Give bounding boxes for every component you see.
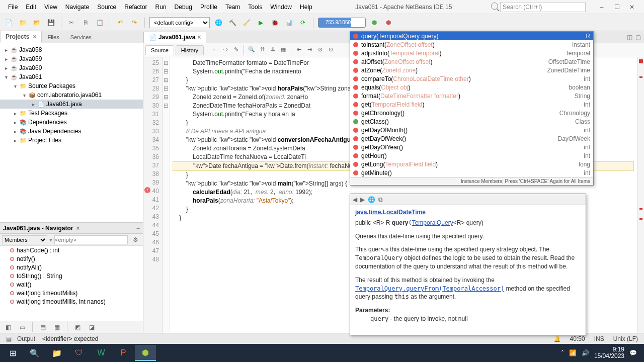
profile-icon[interactable]: 📊 bbox=[283, 17, 294, 28]
cut-icon[interactable]: ✂ bbox=[66, 17, 77, 28]
autocomplete-popup[interactable]: query(TemporalQuery query)RtoInstant(Zon… bbox=[350, 31, 594, 186]
navigator-item[interactable]: notify() bbox=[0, 254, 143, 263]
tray-wifi-icon[interactable]: 📶 bbox=[569, 349, 577, 356]
autocomplete-item[interactable]: getHour()int bbox=[350, 151, 593, 160]
nav-sort-icon[interactable]: ▤ bbox=[37, 322, 48, 333]
menu-edit[interactable]: Edit bbox=[22, 2, 40, 12]
ed-back-icon[interactable]: ⇦ bbox=[210, 45, 219, 54]
save-all-icon[interactable]: 💾 bbox=[45, 17, 56, 28]
autocomplete-item[interactable]: equals(Object obj)boolean bbox=[350, 83, 593, 92]
doc-temporalquery-link[interactable]: TemporalQuery bbox=[412, 219, 453, 226]
taskbar-netbeans[interactable]: ⬢ bbox=[135, 345, 156, 361]
doc-browser-icon[interactable]: 🌐 bbox=[368, 196, 375, 203]
menu-navigate[interactable]: Navigate bbox=[61, 2, 93, 12]
memory-gauge[interactable]: 755.9/1060MB bbox=[318, 18, 366, 28]
ed-find-sel-icon[interactable]: 🔍 bbox=[247, 45, 256, 54]
autocomplete-item[interactable]: getDayOfMonth()int bbox=[350, 126, 593, 134]
autocomplete-item[interactable]: getDayOfWeek()DayOfWeek bbox=[350, 134, 593, 143]
taskbar-explorer[interactable]: 📁 bbox=[46, 345, 67, 361]
menu-help[interactable]: Help bbox=[296, 2, 316, 12]
tree-item[interactable]: ▸📁Project Files bbox=[0, 136, 143, 145]
taskbar-search-icon[interactable]: 🔍 bbox=[24, 345, 45, 361]
taskbar-brave[interactable]: 🛡 bbox=[68, 345, 90, 361]
navigator-item[interactable]: notifyAll() bbox=[0, 263, 143, 272]
autocomplete-item[interactable]: query(TemporalQuery query)R bbox=[350, 32, 593, 40]
tree-item[interactable]: ▸☕Java059 bbox=[0, 54, 143, 63]
navigator-item[interactable]: wait(long timeoutMillis, int nanos) bbox=[0, 297, 143, 306]
tree-item[interactable]: ▸☕Java060 bbox=[0, 63, 143, 72]
output-icon[interactable]: ▤ bbox=[3, 333, 14, 344]
nav-fields-icon[interactable]: ▭ bbox=[17, 322, 28, 333]
nav-filter-icon[interactable]: ◪ bbox=[86, 322, 97, 333]
tray-action-center-icon[interactable]: 💬 bbox=[629, 349, 637, 356]
editor-tab-java061[interactable]: 📄 Java061.java × bbox=[143, 32, 206, 43]
error-gutter-icon[interactable]: ! bbox=[144, 187, 150, 193]
reload-icon[interactable]: ⟳ bbox=[297, 17, 308, 28]
autocomplete-item[interactable]: format(DateTimeFormatter formatter)Strin… bbox=[350, 92, 593, 100]
navigator-view-select[interactable]: Members bbox=[2, 235, 47, 244]
navigator-list[interactable]: hashCode() : intnotify()notifyAll()toStr… bbox=[0, 246, 143, 321]
editor-max-icon[interactable]: ▢ bbox=[635, 34, 641, 41]
ed-shift-right-icon[interactable]: ⇥ bbox=[305, 45, 314, 54]
tray-chevron-icon[interactable]: ˄ bbox=[561, 349, 564, 356]
menu-view[interactable]: View bbox=[40, 2, 61, 12]
navigator-item[interactable]: toString() : String bbox=[0, 272, 143, 280]
ed-shift-left-icon[interactable]: ⇤ bbox=[294, 45, 303, 54]
nav-static-icon[interactable]: ▦ bbox=[51, 322, 62, 333]
maximize-button[interactable]: ☐ bbox=[612, 4, 622, 11]
menu-tools[interactable]: Tools bbox=[244, 2, 266, 12]
copy-icon[interactable]: ⎘ bbox=[80, 17, 91, 28]
ed-last-edit-icon[interactable]: ✎ bbox=[231, 45, 240, 54]
taskbar-powerpoint[interactable]: P bbox=[113, 345, 134, 361]
windows-taskbar[interactable]: ⊞ 🔍 📁 🛡 W P ⬢ ˄ 📶 🔊 9:19 15/04/2023 💬 bbox=[0, 344, 644, 362]
run-icon[interactable]: ▶ bbox=[255, 17, 266, 28]
tree-item[interactable]: ▸📚Dependencies bbox=[0, 118, 143, 127]
menu-source[interactable]: Source bbox=[93, 2, 120, 12]
doc-class-link[interactable]: java.time.LocalDateTime bbox=[355, 209, 426, 216]
doc-back-icon[interactable]: ◀ bbox=[353, 196, 357, 203]
tree-item[interactable]: ▸📄Java061.java bbox=[0, 100, 143, 109]
autocomplete-item[interactable]: adjustInto(Temporal temporal)Temporal bbox=[350, 49, 593, 57]
tree-item[interactable]: ▾📁Source Packages bbox=[0, 81, 143, 90]
doc-forward-icon[interactable]: ▶ bbox=[360, 196, 365, 203]
doc-queryfrom-link[interactable]: TemporalQuery.queryFrom(TemporalAccessor… bbox=[355, 285, 504, 292]
start-button[interactable]: ⊞ bbox=[2, 345, 23, 361]
minimize-button[interactable]: – bbox=[597, 4, 607, 11]
ed-comment-icon[interactable]: ⊘ bbox=[315, 45, 325, 54]
javadoc-popup[interactable]: ◀ ▶ 🌐 ⧉ java.time.LocalDateTime public <… bbox=[350, 194, 586, 335]
menu-run[interactable]: Run bbox=[151, 2, 171, 12]
debug-icon[interactable]: 🐞 bbox=[269, 17, 280, 28]
menu-team[interactable]: Team bbox=[221, 2, 244, 12]
run-config-select[interactable]: <default config> bbox=[149, 17, 210, 28]
menu-profile[interactable]: Profile bbox=[196, 2, 221, 12]
tray-volume-icon[interactable]: 🔊 bbox=[582, 349, 589, 356]
ed-fwd-icon[interactable]: ⇨ bbox=[221, 45, 230, 54]
stop-gc-icon[interactable]: ⬢ bbox=[383, 17, 394, 28]
new-file-icon[interactable]: 📄 bbox=[3, 17, 14, 28]
autocomplete-item[interactable]: get(TemporalField field)int bbox=[350, 100, 593, 109]
nav-inherit-icon[interactable]: ◧ bbox=[3, 322, 14, 333]
close-button[interactable]: ✕ bbox=[627, 4, 637, 11]
navigator-item[interactable]: hashCode() : int bbox=[0, 246, 143, 254]
new-project-icon[interactable]: 📁 bbox=[17, 17, 28, 28]
navigator-options-icon[interactable]: ⚙ bbox=[130, 234, 141, 245]
paste-icon[interactable]: 📋 bbox=[94, 17, 105, 28]
ed-find-next-icon[interactable]: ⇊ bbox=[268, 45, 277, 54]
tab-files[interactable]: Files bbox=[42, 32, 64, 43]
autocomplete-item[interactable]: getClass()Class bbox=[350, 117, 593, 126]
autocomplete-item[interactable]: getDayOfYear()int bbox=[350, 143, 593, 151]
ed-find-prev-icon[interactable]: ⇈ bbox=[258, 45, 267, 54]
history-tab[interactable]: History bbox=[176, 45, 204, 55]
autocomplete-item[interactable]: compareTo(ChronoLocalDateTime other)int bbox=[350, 74, 593, 83]
gc-icon[interactable]: ⬢ bbox=[369, 17, 380, 28]
ed-uncomment-icon[interactable]: ⊙ bbox=[326, 45, 335, 54]
tab-projects[interactable]: Projects × bbox=[0, 31, 42, 43]
navigator-item[interactable]: wait(long timeoutMillis) bbox=[0, 289, 143, 297]
open-project-icon[interactable]: 📂 bbox=[31, 17, 42, 28]
tray-date[interactable]: 15/04/2023 bbox=[594, 353, 624, 359]
navigator-item[interactable]: wait() bbox=[0, 280, 143, 289]
menu-debug[interactable]: Debug bbox=[171, 2, 196, 12]
output-label[interactable]: Output bbox=[17, 335, 35, 342]
doc-new-window-icon[interactable]: ⧉ bbox=[378, 196, 383, 203]
tree-item[interactable]: ▸📚Java Dependencies bbox=[0, 127, 143, 136]
